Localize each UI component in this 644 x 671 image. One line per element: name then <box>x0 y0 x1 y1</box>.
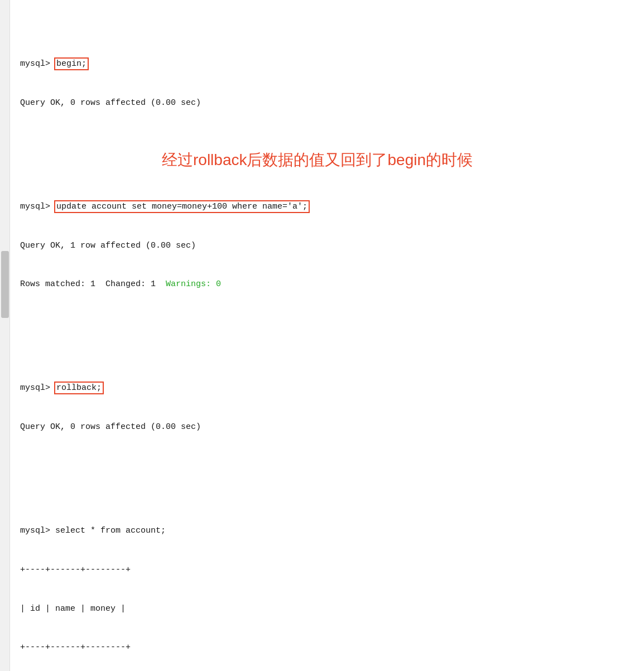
line-query-ok-1: Query OK, 0 rows affected (0.00 sec) <box>20 96 644 109</box>
line-table-border-1: +----+------+--------+ <box>20 563 644 576</box>
line-blank-1 <box>20 136 644 148</box>
line-blank-2 <box>20 317 644 330</box>
line-begin: mysql> begin; <box>20 57 644 70</box>
line-query-ok-2: Query OK, 1 row affected (0.00 sec) <box>20 239 644 252</box>
cmd-update: update account set money=money+100 where… <box>55 201 309 212</box>
line-select-1: mysql> select * from account; <box>20 524 644 537</box>
line-table-border-2: +----+------+--------+ <box>20 641 644 654</box>
cmd-begin: begin; <box>55 59 88 69</box>
line-update: mysql> update account set money=money+10… <box>20 200 644 213</box>
scroll-thumb[interactable] <box>1 251 9 318</box>
line-rows-matched: Rows matched: 1 Changed: 1 Warnings: 0 <box>20 278 644 291</box>
line-table-header: | id | name | money | <box>20 602 644 615</box>
line-blank-3 <box>20 460 644 472</box>
line-rollback: mysql> rollback; <box>20 382 644 394</box>
scrollbar[interactable] <box>0 0 10 671</box>
cmd-rollback: rollback; <box>55 383 103 393</box>
line-query-ok-3: Query OK, 0 rows affected (0.00 sec) <box>20 421 644 433</box>
terminal-output: mysql> begin; Query OK, 0 rows affected … <box>0 0 644 671</box>
